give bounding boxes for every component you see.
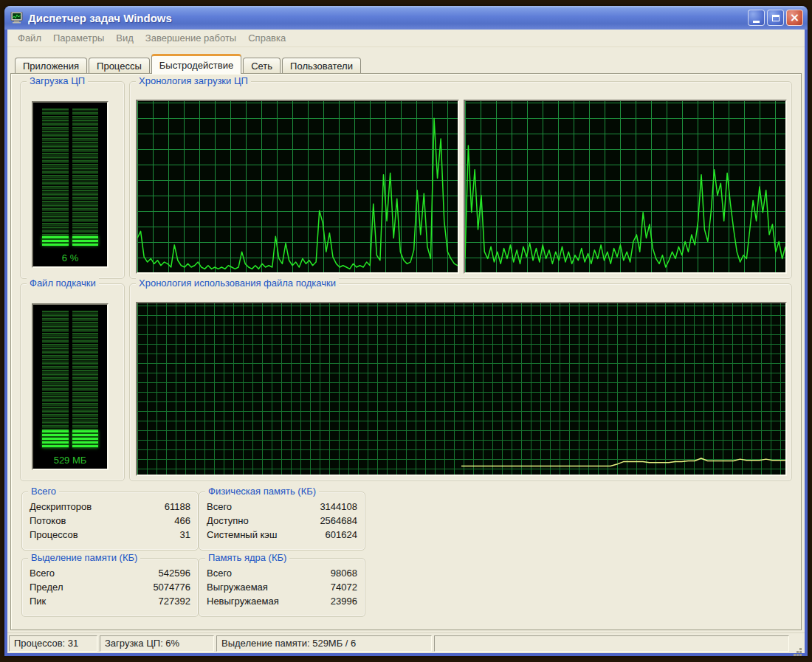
stat-label: Предел [30, 580, 63, 594]
pagefile-led-column [72, 311, 99, 448]
cpu-usage-gauge: 6 % [32, 101, 109, 268]
stat-row: Системный кэш601624 [207, 528, 357, 542]
stat-row: Процессов31 [30, 528, 190, 542]
titlebar[interactable]: Диспетчер задач Windows × [4, 6, 808, 30]
tab-processes[interactable]: Процессы [89, 58, 150, 74]
stat-label: Потоков [30, 514, 66, 528]
cpu-history-group-title: Хронология загрузки ЦП [136, 75, 251, 86]
cpu-usage-value: 6 % [33, 252, 107, 263]
kernel-memory-group: Память ядра (КБ) Всего98068 Выгружаемая7… [199, 558, 365, 617]
pagefile-history-group-title: Хронология использования файла подкачки [136, 277, 339, 289]
stat-row: Потоков466 [30, 514, 190, 528]
menubar: Файл Параметры Вид Завершение работы Спр… [7, 30, 805, 47]
stat-value: 61188 [165, 500, 190, 514]
status-processes: Процессов: 31 [9, 635, 97, 652]
cpu-led-column [42, 108, 69, 246]
menu-help[interactable]: Справка [242, 30, 292, 46]
stat-label: Пик [30, 594, 46, 608]
cpu-history-group: Хронология загрузки ЦП [129, 81, 792, 279]
task-manager-icon [10, 12, 24, 24]
totals-group: Всего Дескрипторов61188 Потоков466 Проце… [21, 492, 199, 551]
status-filler [434, 635, 789, 652]
stat-label: Системный кэш [207, 528, 277, 542]
pagefile-usage-group-title: Файл подкачки [27, 277, 99, 289]
cpu-history-chart-core1 [136, 100, 459, 274]
close-icon: × [790, 12, 799, 24]
stat-row: Предел5074776 [30, 580, 190, 594]
menu-options[interactable]: Параметры [47, 30, 110, 46]
pagefile-history-group: Хронология использования файла подкачки [129, 283, 792, 481]
tab-performance[interactable]: Быстродействие [151, 54, 241, 74]
maximize-button[interactable] [767, 10, 784, 26]
status-commit-charge: Выделение памяти: 529МБ / 6 [216, 635, 432, 652]
client-area: Приложения Процессы Быстродействие Сеть … [7, 47, 805, 653]
stat-row: Пик727392 [30, 594, 190, 608]
pagefile-usage-group: Файл подкачки 529 МБ [20, 283, 125, 481]
stat-value: 23996 [331, 594, 357, 608]
stat-label: Всего [207, 566, 232, 580]
performance-tab-page: Загрузка ЦП 6 % Файл подкачки [10, 73, 802, 630]
commit-charge-group-title: Выделение памяти (КБ) [28, 552, 140, 563]
minimize-button[interactable] [748, 10, 765, 26]
stat-label: Всего [30, 566, 55, 580]
totals-group-title: Всего [28, 486, 59, 497]
stat-label: Дескрипторов [30, 500, 92, 514]
commit-charge-group: Выделение памяти (КБ) Всего542596 Предел… [21, 558, 199, 617]
status-cpu-usage: Загрузка ЦП: 6% [100, 635, 214, 652]
stat-value: 74072 [331, 580, 357, 594]
tab-networking[interactable]: Сеть [243, 58, 281, 74]
stat-label: Невыгружаемая [207, 594, 279, 608]
cpu-history-chart-core2 [464, 100, 787, 274]
stat-value: 2564684 [320, 514, 357, 528]
pagefile-usage-value: 529 МБ [33, 455, 107, 466]
menu-shutdown[interactable]: Завершение работы [140, 30, 242, 46]
kernel-memory-group-title: Память ядра (КБ) [205, 552, 289, 563]
stat-label: Выгружаемая [207, 580, 268, 594]
statusbar: Процессов: 31 Загрузка ЦП: 6% Выделение … [7, 633, 805, 653]
stat-row: Невыгружаемая23996 [207, 594, 357, 608]
stat-row: Всего3144108 [207, 500, 357, 514]
cpu-usage-group-title: Загрузка ЦП [27, 75, 88, 86]
pagefile-led-column [42, 311, 69, 448]
physical-memory-group: Физическая память (КБ) Всего3144108 Дост… [199, 492, 365, 551]
stat-row: Дескрипторов61188 [30, 500, 190, 514]
stat-label: Всего [207, 500, 232, 514]
stat-label: Процессов [30, 528, 78, 542]
stat-row: Всего542596 [30, 566, 190, 580]
stat-value: 98068 [331, 566, 357, 580]
pagefile-history-chart [136, 302, 787, 476]
stat-value: 5074776 [153, 580, 190, 594]
physical-memory-group-title: Физическая память (КБ) [205, 486, 319, 497]
cpu-led-column [72, 108, 99, 246]
stat-row: Выгружаемая74072 [207, 580, 357, 594]
stat-label: Доступно [207, 514, 249, 528]
stat-row: Всего98068 [207, 566, 357, 580]
stat-value: 727392 [159, 594, 190, 608]
pagefile-usage-gauge: 529 МБ [32, 303, 109, 470]
minimize-icon [753, 21, 760, 23]
stat-value: 601624 [326, 528, 357, 542]
menu-view[interactable]: Вид [110, 30, 140, 46]
resize-grip[interactable] [791, 635, 803, 652]
stat-value: 31 [180, 528, 190, 542]
stat-value: 466 [174, 514, 190, 528]
window-title: Диспетчер задач Windows [28, 12, 748, 24]
task-manager-window: Диспетчер задач Windows × Файл Параметры… [4, 6, 808, 656]
tab-users[interactable]: Пользователи [282, 58, 361, 74]
close-button[interactable]: × [786, 10, 803, 26]
stat-value: 542596 [159, 566, 190, 580]
maximize-icon [772, 15, 780, 21]
stat-row: Доступно2564684 [207, 514, 357, 528]
tab-applications[interactable]: Приложения [15, 58, 87, 74]
stat-value: 3144108 [320, 500, 357, 514]
menu-file[interactable]: Файл [12, 30, 47, 46]
cpu-usage-group: Загрузка ЦП 6 % [20, 81, 125, 279]
tabstrip: Приложения Процессы Быстродействие Сеть … [15, 54, 362, 74]
